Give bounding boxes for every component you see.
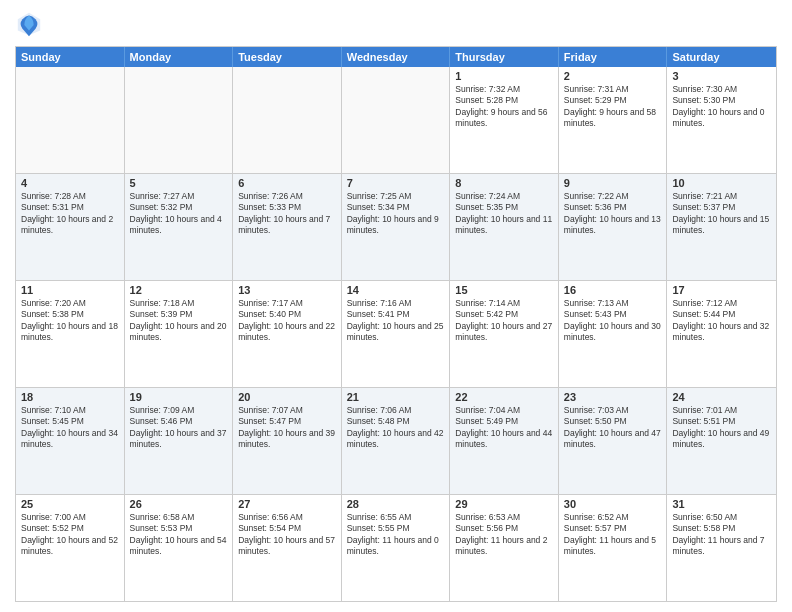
day-info: Sunrise: 7:16 AM Sunset: 5:41 PM Dayligh…: [347, 298, 445, 344]
day-cell-30: 30Sunrise: 6:52 AM Sunset: 5:57 PM Dayli…: [559, 495, 668, 601]
day-number: 5: [130, 177, 228, 189]
header-day-friday: Friday: [559, 47, 668, 67]
day-cell-2: 2Sunrise: 7:31 AM Sunset: 5:29 PM Daylig…: [559, 67, 668, 173]
day-cell-20: 20Sunrise: 7:07 AM Sunset: 5:47 PM Dayli…: [233, 388, 342, 494]
day-cell-16: 16Sunrise: 7:13 AM Sunset: 5:43 PM Dayli…: [559, 281, 668, 387]
day-cell-8: 8Sunrise: 7:24 AM Sunset: 5:35 PM Daylig…: [450, 174, 559, 280]
day-info: Sunrise: 7:07 AM Sunset: 5:47 PM Dayligh…: [238, 405, 336, 451]
empty-cell: [342, 67, 451, 173]
calendar-row-4: 18Sunrise: 7:10 AM Sunset: 5:45 PM Dayli…: [16, 388, 776, 495]
logo: [15, 10, 47, 38]
empty-cell: [233, 67, 342, 173]
day-info: Sunrise: 7:21 AM Sunset: 5:37 PM Dayligh…: [672, 191, 771, 237]
day-number: 3: [672, 70, 771, 82]
day-cell-9: 9Sunrise: 7:22 AM Sunset: 5:36 PM Daylig…: [559, 174, 668, 280]
day-cell-28: 28Sunrise: 6:55 AM Sunset: 5:55 PM Dayli…: [342, 495, 451, 601]
day-info: Sunrise: 7:27 AM Sunset: 5:32 PM Dayligh…: [130, 191, 228, 237]
day-cell-6: 6Sunrise: 7:26 AM Sunset: 5:33 PM Daylig…: [233, 174, 342, 280]
day-cell-24: 24Sunrise: 7:01 AM Sunset: 5:51 PM Dayli…: [667, 388, 776, 494]
day-number: 30: [564, 498, 662, 510]
day-number: 28: [347, 498, 445, 510]
day-number: 9: [564, 177, 662, 189]
day-number: 27: [238, 498, 336, 510]
day-info: Sunrise: 7:03 AM Sunset: 5:50 PM Dayligh…: [564, 405, 662, 451]
logo-icon: [15, 10, 43, 38]
day-cell-26: 26Sunrise: 6:58 AM Sunset: 5:53 PM Dayli…: [125, 495, 234, 601]
day-cell-10: 10Sunrise: 7:21 AM Sunset: 5:37 PM Dayli…: [667, 174, 776, 280]
day-number: 26: [130, 498, 228, 510]
day-cell-19: 19Sunrise: 7:09 AM Sunset: 5:46 PM Dayli…: [125, 388, 234, 494]
day-number: 17: [672, 284, 771, 296]
day-number: 20: [238, 391, 336, 403]
day-cell-25: 25Sunrise: 7:00 AM Sunset: 5:52 PM Dayli…: [16, 495, 125, 601]
day-cell-5: 5Sunrise: 7:27 AM Sunset: 5:32 PM Daylig…: [125, 174, 234, 280]
calendar-row-2: 4Sunrise: 7:28 AM Sunset: 5:31 PM Daylig…: [16, 174, 776, 281]
day-cell-21: 21Sunrise: 7:06 AM Sunset: 5:48 PM Dayli…: [342, 388, 451, 494]
header-day-saturday: Saturday: [667, 47, 776, 67]
day-cell-4: 4Sunrise: 7:28 AM Sunset: 5:31 PM Daylig…: [16, 174, 125, 280]
day-cell-12: 12Sunrise: 7:18 AM Sunset: 5:39 PM Dayli…: [125, 281, 234, 387]
calendar-row-5: 25Sunrise: 7:00 AM Sunset: 5:52 PM Dayli…: [16, 495, 776, 601]
day-cell-29: 29Sunrise: 6:53 AM Sunset: 5:56 PM Dayli…: [450, 495, 559, 601]
day-info: Sunrise: 7:26 AM Sunset: 5:33 PM Dayligh…: [238, 191, 336, 237]
day-number: 23: [564, 391, 662, 403]
day-info: Sunrise: 6:50 AM Sunset: 5:58 PM Dayligh…: [672, 512, 771, 558]
day-info: Sunrise: 7:32 AM Sunset: 5:28 PM Dayligh…: [455, 84, 553, 130]
page: SundayMondayTuesdayWednesdayThursdayFrid…: [0, 0, 792, 612]
day-number: 25: [21, 498, 119, 510]
day-number: 2: [564, 70, 662, 82]
day-info: Sunrise: 6:58 AM Sunset: 5:53 PM Dayligh…: [130, 512, 228, 558]
day-info: Sunrise: 7:28 AM Sunset: 5:31 PM Dayligh…: [21, 191, 119, 237]
day-info: Sunrise: 6:55 AM Sunset: 5:55 PM Dayligh…: [347, 512, 445, 558]
day-number: 24: [672, 391, 771, 403]
day-cell-17: 17Sunrise: 7:12 AM Sunset: 5:44 PM Dayli…: [667, 281, 776, 387]
day-info: Sunrise: 7:01 AM Sunset: 5:51 PM Dayligh…: [672, 405, 771, 451]
day-number: 12: [130, 284, 228, 296]
day-number: 16: [564, 284, 662, 296]
day-number: 21: [347, 391, 445, 403]
day-cell-18: 18Sunrise: 7:10 AM Sunset: 5:45 PM Dayli…: [16, 388, 125, 494]
day-number: 1: [455, 70, 553, 82]
day-info: Sunrise: 7:17 AM Sunset: 5:40 PM Dayligh…: [238, 298, 336, 344]
day-cell-15: 15Sunrise: 7:14 AM Sunset: 5:42 PM Dayli…: [450, 281, 559, 387]
day-number: 8: [455, 177, 553, 189]
day-info: Sunrise: 7:18 AM Sunset: 5:39 PM Dayligh…: [130, 298, 228, 344]
empty-cell: [16, 67, 125, 173]
day-info: Sunrise: 7:10 AM Sunset: 5:45 PM Dayligh…: [21, 405, 119, 451]
day-number: 10: [672, 177, 771, 189]
header: [15, 10, 777, 38]
calendar-row-3: 11Sunrise: 7:20 AM Sunset: 5:38 PM Dayli…: [16, 281, 776, 388]
day-info: Sunrise: 7:06 AM Sunset: 5:48 PM Dayligh…: [347, 405, 445, 451]
header-day-sunday: Sunday: [16, 47, 125, 67]
day-cell-11: 11Sunrise: 7:20 AM Sunset: 5:38 PM Dayli…: [16, 281, 125, 387]
header-day-wednesday: Wednesday: [342, 47, 451, 67]
header-day-monday: Monday: [125, 47, 234, 67]
day-info: Sunrise: 7:14 AM Sunset: 5:42 PM Dayligh…: [455, 298, 553, 344]
day-cell-7: 7Sunrise: 7:25 AM Sunset: 5:34 PM Daylig…: [342, 174, 451, 280]
calendar-body: 1Sunrise: 7:32 AM Sunset: 5:28 PM Daylig…: [16, 67, 776, 601]
day-number: 14: [347, 284, 445, 296]
day-info: Sunrise: 6:52 AM Sunset: 5:57 PM Dayligh…: [564, 512, 662, 558]
day-number: 4: [21, 177, 119, 189]
day-cell-23: 23Sunrise: 7:03 AM Sunset: 5:50 PM Dayli…: [559, 388, 668, 494]
day-info: Sunrise: 7:30 AM Sunset: 5:30 PM Dayligh…: [672, 84, 771, 130]
day-info: Sunrise: 7:09 AM Sunset: 5:46 PM Dayligh…: [130, 405, 228, 451]
day-info: Sunrise: 7:12 AM Sunset: 5:44 PM Dayligh…: [672, 298, 771, 344]
day-cell-27: 27Sunrise: 6:56 AM Sunset: 5:54 PM Dayli…: [233, 495, 342, 601]
day-cell-22: 22Sunrise: 7:04 AM Sunset: 5:49 PM Dayli…: [450, 388, 559, 494]
day-info: Sunrise: 7:24 AM Sunset: 5:35 PM Dayligh…: [455, 191, 553, 237]
day-number: 13: [238, 284, 336, 296]
day-info: Sunrise: 7:25 AM Sunset: 5:34 PM Dayligh…: [347, 191, 445, 237]
day-info: Sunrise: 7:04 AM Sunset: 5:49 PM Dayligh…: [455, 405, 553, 451]
day-cell-3: 3Sunrise: 7:30 AM Sunset: 5:30 PM Daylig…: [667, 67, 776, 173]
day-number: 6: [238, 177, 336, 189]
day-number: 29: [455, 498, 553, 510]
empty-cell: [125, 67, 234, 173]
day-info: Sunrise: 7:31 AM Sunset: 5:29 PM Dayligh…: [564, 84, 662, 130]
day-info: Sunrise: 6:56 AM Sunset: 5:54 PM Dayligh…: [238, 512, 336, 558]
day-info: Sunrise: 7:13 AM Sunset: 5:43 PM Dayligh…: [564, 298, 662, 344]
day-info: Sunrise: 6:53 AM Sunset: 5:56 PM Dayligh…: [455, 512, 553, 558]
day-info: Sunrise: 7:00 AM Sunset: 5:52 PM Dayligh…: [21, 512, 119, 558]
header-day-thursday: Thursday: [450, 47, 559, 67]
day-info: Sunrise: 7:20 AM Sunset: 5:38 PM Dayligh…: [21, 298, 119, 344]
